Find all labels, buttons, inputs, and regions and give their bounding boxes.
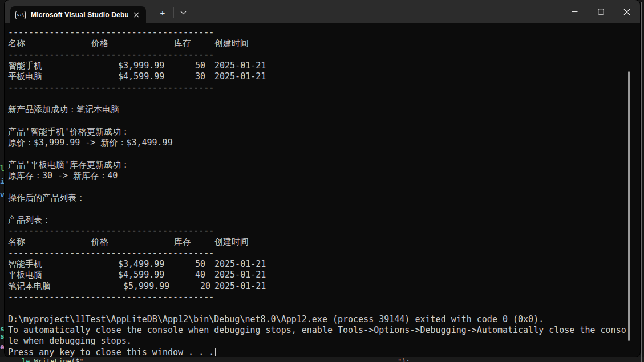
tab-dropdown-button[interactable] [176,5,191,20]
minimize-button[interactable] [561,0,588,23]
plus-icon: + [160,8,165,18]
close-window-button[interactable] [614,0,640,23]
console-line: 名称价格库存创建时间 [8,38,635,49]
console-text: ---------------------------------------- [8,226,214,236]
console-line: ---------------------------------------- [8,248,635,259]
console-line: 平板电脑$4,599.99302025-01-21 [8,71,635,82]
scrollbar-thumb[interactable] [628,71,630,341]
console-text: 20 [200,281,210,291]
console-line: 操作后的产品列表： [8,193,635,204]
console-line: le when debugging stops. [8,336,635,347]
console-line: 平板电脑$4,599.99402025-01-21 [8,270,635,280]
console-text: 2025-01-21 [214,71,266,82]
console-text: 产品'智能手机'价格更新成功： [8,127,129,137]
console-line [8,93,635,104]
tab-title: Microsoft Visual Studio Debug [31,11,128,19]
console-text: 库存 [174,237,191,247]
maximize-button[interactable] [588,0,614,23]
background-window-left-strip: livsse [0,0,5,362]
clipped-code-fragment: le.WriteLine($" [22,357,83,362]
console-text: To automatically close the console when … [8,325,626,335]
console-text: 40 [195,270,205,280]
code-token: " [79,357,83,362]
console-text: 名称 [8,237,25,247]
console-line: 产品列表： [8,215,635,226]
console-line: 名称价格库存创建时间 [8,237,635,247]
maximize-icon [598,9,604,15]
console-line: 原库存：30 -> 新库存：40 [8,170,635,181]
clipped-code-fragment: "); [398,357,410,362]
console-text: 原库存：30 -> 新库存：40 [8,170,118,181]
console-text: 库存 [174,38,191,49]
tab-debug-console[interactable]: c:\ Microsoft Visual Studio Debug [10,6,146,23]
console-text: 2025-01-21 [214,281,266,291]
code-token: WriteLine [34,357,71,362]
console-line [8,303,635,314]
console-line: 智能手机$3,999.99502025-01-21 [8,60,635,71]
code-token: ($ [71,357,79,362]
console-text: 2025-01-21 [214,60,266,71]
console-text: 操作后的产品列表： [8,193,85,204]
console-text: ---------------------------------------- [8,27,214,38]
titlebar[interactable]: c:\ Microsoft Visual Studio Debug + [5,0,640,23]
console-line: Press any key to close this window . . . [8,347,635,357]
console-line: 原价：$3,999.99 -> 新价：$3,499.99 [8,137,635,148]
console-line [8,149,635,160]
console-text: $3,499.99 [118,259,164,269]
console-output: ----------------------------------------… [8,27,635,357]
console-line: ---------------------------------------- [8,292,635,303]
console-line [8,182,635,193]
background-window-bottom-strip: le.WriteLine($""); [0,357,644,362]
console-line: 产品'智能手机'价格更新成功： [8,127,635,137]
minimize-icon [572,9,578,15]
console-text: 创建时间 [214,237,249,247]
console-line: ---------------------------------------- [8,226,635,237]
console-text: Press any key to close this window . . . [8,347,216,357]
code-token: ; [406,357,410,362]
console-text: 笔记本电脑 [8,281,51,292]
text-cursor [215,348,216,356]
console-line: 智能手机$3,499.99502025-01-21 [8,259,635,270]
console-line: ---------------------------------------- [8,50,635,60]
tab-close-button[interactable] [130,9,143,21]
console-text: 名称 [8,38,25,49]
console-line: ---------------------------------------- [8,83,635,93]
console-line: ---------------------------------------- [8,27,635,38]
console-text: 50 [195,259,205,269]
caption-buttons [561,0,640,23]
console-text: 创建时间 [214,38,249,49]
console-line: To automatically close the console when … [8,325,635,336]
console-text: 2025-01-21 [214,259,266,269]
console-text: 智能手机 [8,259,42,270]
console-text: 2025-01-21 [214,270,266,280]
console-text: ---------------------------------------- [8,50,214,60]
clipped-code-glyph: s [0,332,5,340]
console-text: $4,599.99 [118,71,164,82]
close-icon [133,12,139,18]
chevron-down-icon [180,11,187,15]
console-text: 原价：$3,999.99 -> 新价：$3,499.99 [8,137,173,148]
console-text: ---------------------------------------- [8,292,214,302]
code-token: le [22,357,30,362]
terminal-window: c:\ Microsoft Visual Studio Debug + [5,0,640,357]
new-tab-button[interactable]: + [154,5,171,20]
background-window-edge [641,2,642,362]
clipped-code-glyph: i [0,177,5,185]
console-text: 新产品添加成功：笔记本电脑 [8,104,119,115]
clipped-code-glyph: l [0,164,5,173]
clipped-code-glyph: v [0,190,5,199]
console-text: 产品列表： [8,215,51,226]
console-line [8,116,635,127]
console-text: 平板电脑 [8,71,42,82]
console-text: $5,999.99 [123,281,169,291]
cmd-icon: c:\ [15,11,26,19]
console-text: ---------------------------------------- [8,248,214,258]
console-text: 50 [195,60,205,71]
console-text: 价格 [91,38,108,49]
tab-separator [173,7,174,18]
console-text: $4,599.99 [118,270,164,280]
console-line: 新产品添加成功：笔记本电脑 [8,104,635,115]
console-line [8,204,635,214]
console-text: 平板电脑 [8,270,42,280]
console-text: le when debugging stops. [8,336,132,346]
